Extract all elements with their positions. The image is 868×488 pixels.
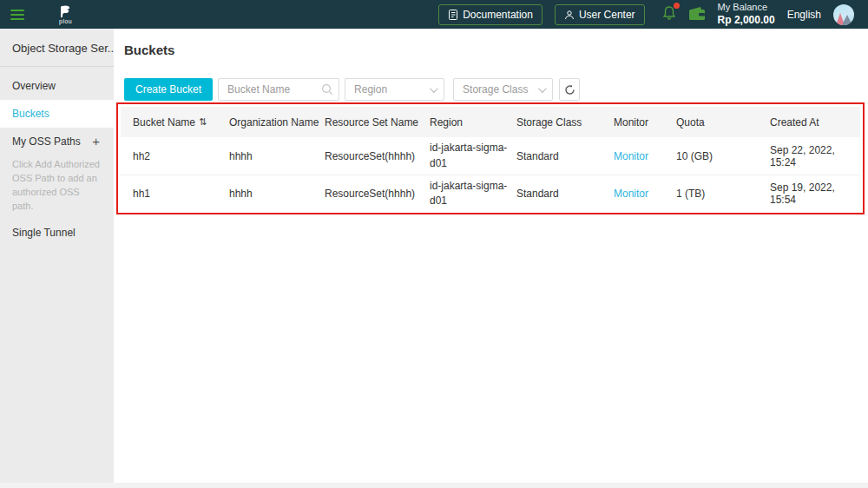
app-header: plou Documentation User Center: [0, 0, 868, 29]
column-header-monitor: Monitor: [614, 116, 676, 129]
user-icon: [564, 10, 575, 20]
cell-organization-name: hhhh: [229, 188, 325, 200]
column-header-organization-name: Organization Name: [229, 116, 325, 129]
cell-bucket-name: hh1: [133, 188, 229, 200]
cell-quota: 1 (TB): [676, 188, 770, 200]
logo-text: plou: [59, 18, 72, 24]
column-header-bucket-name[interactable]: Bucket Name ⇅: [133, 116, 229, 129]
cell-created-at: Sep 19, 2022, 15:54: [770, 181, 860, 206]
bottom-strip: [0, 483, 868, 488]
cell-region: id-jakarta-sigma-d01: [430, 179, 516, 209]
balance-block: My Balance Rp 2,000.00: [718, 2, 775, 27]
column-header-resource-set-name: Resource Set Name: [325, 116, 430, 129]
region-select-value: Region: [354, 83, 387, 96]
table-row: hh1 hhhh ResourceSet(hhhh) id-jakarta-si…: [121, 175, 860, 212]
column-header-storage-class: Storage Class: [516, 116, 614, 129]
cell-resource-set-name: ResourceSet(hhhh): [325, 150, 430, 162]
cell-storage-class: Standard: [516, 150, 614, 162]
column-header-quota: Quota: [676, 116, 770, 129]
highlight-box: Bucket Name ⇅ Organization Name Resource…: [116, 102, 865, 214]
balance-value: Rp 2,000.00: [718, 14, 775, 27]
avatar[interactable]: [833, 4, 854, 25]
sidebar: Object Storage Ser... Overview Buckets M…: [0, 29, 114, 483]
sidebar-item-single-tunnel[interactable]: Single Tunnel: [0, 219, 114, 247]
sort-icon[interactable]: ⇅: [199, 116, 207, 128]
sidebar-item-my-oss-paths[interactable]: My OSS Paths +: [0, 128, 114, 155]
notification-bell-icon[interactable]: [662, 5, 676, 23]
cell-organization-name: hhhh: [229, 150, 325, 162]
document-icon: [448, 10, 458, 20]
column-header-region: Region: [430, 116, 516, 129]
hamburger-menu-icon[interactable]: [10, 0, 40, 29]
create-bucket-button[interactable]: Create Bucket: [124, 78, 213, 101]
notification-badge: [674, 3, 680, 9]
monitor-link[interactable]: Monitor: [614, 188, 648, 200]
refresh-icon: [564, 84, 575, 96]
language-selector[interactable]: English: [787, 9, 821, 21]
cell-resource-set-name: ResourceSet(hhhh): [325, 188, 430, 200]
page-title: Buckets: [114, 29, 868, 57]
cell-quota: 10 (GB): [676, 150, 770, 162]
balance-label: My Balance: [718, 2, 767, 14]
table-row: hh2 hhhh ResourceSet(hhhh) id-jakarta-si…: [121, 137, 860, 175]
storage-class-select[interactable]: Storage Class: [453, 78, 553, 101]
region-select[interactable]: Region: [345, 78, 444, 101]
documentation-label: Documentation: [463, 9, 533, 21]
sidebar-item-buckets[interactable]: Buckets: [0, 100, 114, 128]
sidebar-item-overview[interactable]: Overview: [0, 72, 114, 100]
bucket-name-search: [218, 78, 339, 101]
cell-bucket-name: hh2: [133, 150, 229, 162]
cell-region: id-jakarta-sigma-d01: [430, 141, 516, 171]
column-header-created-at: Created At: [770, 116, 860, 129]
storage-class-select-value: Storage Class: [463, 83, 528, 96]
add-oss-path-icon[interactable]: +: [92, 137, 102, 146]
chevron-down-icon: [538, 84, 547, 93]
refresh-button[interactable]: [559, 78, 580, 101]
documentation-button[interactable]: Documentation: [438, 4, 542, 25]
cell-storage-class: Standard: [516, 188, 614, 200]
app-logo[interactable]: plou: [59, 5, 72, 24]
logo-icon: [60, 5, 71, 17]
main-content: Buckets Create Bucket Region Storage Cla…: [114, 29, 868, 483]
table-header: Bucket Name ⇅ Organization Name Resource…: [121, 107, 860, 137]
wallet-icon[interactable]: [688, 6, 706, 23]
filter-bar: Create Bucket Region Storage Class: [124, 78, 868, 101]
user-center-label: User Center: [579, 9, 635, 21]
user-center-button[interactable]: User Center: [555, 4, 645, 25]
chevron-down-icon: [430, 84, 438, 93]
search-icon: [321, 83, 333, 96]
sidebar-helper-text: Click Add Authorized OSS Path to add an …: [0, 155, 114, 219]
sidebar-title: Object Storage Ser...: [0, 29, 114, 66]
sidebar-divider: [0, 66, 114, 67]
my-oss-paths-label: My OSS Paths: [12, 135, 81, 148]
cell-created-at: Sep 22, 2022, 15:24: [770, 144, 860, 168]
monitor-link[interactable]: Monitor: [614, 150, 648, 162]
